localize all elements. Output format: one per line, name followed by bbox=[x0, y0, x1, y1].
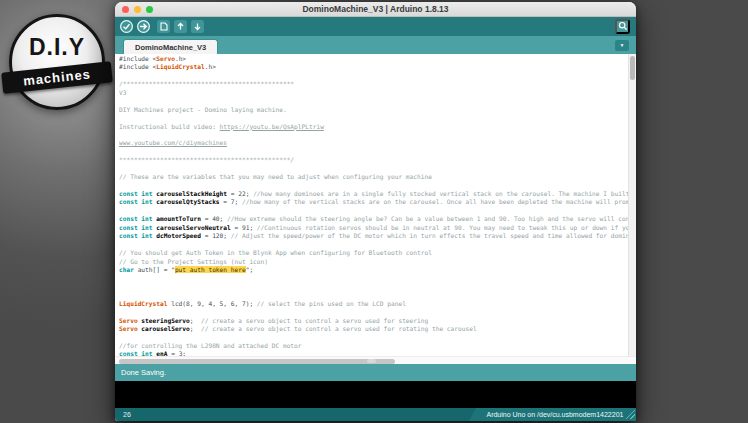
logo-subtitle: machines bbox=[22, 66, 91, 88]
serial-monitor-button[interactable] bbox=[615, 19, 630, 34]
window-titlebar: DominoMachine_V3 | Arduino 1.8.13 bbox=[115, 2, 636, 17]
code-editor[interactable]: #include <Servo.h>#include <LiquidCrysta… bbox=[115, 54, 636, 356]
tab-menu-button[interactable]: ▼ bbox=[615, 40, 629, 51]
new-sketch-button[interactable] bbox=[157, 20, 170, 33]
diy-machines-logo: D.I.Y machines bbox=[9, 14, 105, 110]
caret-line-number: 26 bbox=[123, 411, 131, 418]
verify-button[interactable] bbox=[120, 20, 133, 33]
window-resize-grip[interactable] bbox=[626, 410, 635, 419]
arrow-right-icon bbox=[139, 19, 148, 34]
desktop-background: D.I.Y machines DominoMachine_V3 | Arduin… bbox=[0, 0, 748, 423]
horizontal-scrollbar-thumb[interactable] bbox=[119, 359, 395, 364]
footer-bar: 26 Arduino Uno on /dev/cu.usbmodem142220… bbox=[115, 408, 636, 421]
ide-toolbar bbox=[115, 17, 636, 36]
maximize-window-button[interactable] bbox=[146, 6, 153, 13]
save-sketch-button[interactable] bbox=[191, 20, 204, 33]
tab-dominomachine-v3[interactable]: DominoMachine_V3 bbox=[123, 39, 218, 54]
horizontal-scrollbar[interactable] bbox=[115, 356, 636, 364]
console-output bbox=[115, 381, 636, 408]
logo-circle bbox=[9, 14, 105, 110]
vertical-scrollbar-thumb[interactable] bbox=[630, 56, 635, 80]
traffic-lights bbox=[122, 6, 153, 13]
editor-tabbar: DominoMachine_V3 ▼ bbox=[115, 36, 636, 54]
arrow-up-icon bbox=[176, 19, 185, 34]
magnifier-icon bbox=[618, 19, 628, 34]
board-info-panel: Arduino Uno on /dev/cu.usbmodem1422201 bbox=[469, 408, 636, 421]
arrow-down-icon bbox=[193, 19, 202, 34]
upload-button[interactable] bbox=[137, 20, 150, 33]
vertical-scrollbar[interactable] bbox=[628, 54, 636, 356]
close-window-button[interactable] bbox=[122, 6, 129, 13]
arduino-ide-window: DominoMachine_V3 | Arduino 1.8.13 bbox=[115, 2, 636, 421]
status-message: Done Saving. bbox=[121, 368, 166, 377]
open-sketch-button[interactable] bbox=[174, 20, 187, 33]
console-splitter-handle[interactable] bbox=[367, 359, 376, 363]
status-bar: Done Saving. bbox=[115, 364, 636, 381]
window-title: DominoMachine_V3 | Arduino 1.8.13 bbox=[302, 4, 448, 14]
logo-title: D.I.Y bbox=[9, 34, 105, 61]
check-icon bbox=[122, 19, 131, 34]
minimize-window-button[interactable] bbox=[134, 6, 141, 13]
code-editor-content[interactable]: #include <Servo.h>#include <LiquidCrysta… bbox=[119, 55, 628, 356]
chevron-down-icon: ▼ bbox=[620, 42, 625, 48]
board-info: Arduino Uno on /dev/cu.usbmodem1422201 bbox=[486, 411, 623, 418]
tab-label: DominoMachine_V3 bbox=[135, 43, 206, 52]
document-icon bbox=[160, 19, 168, 34]
